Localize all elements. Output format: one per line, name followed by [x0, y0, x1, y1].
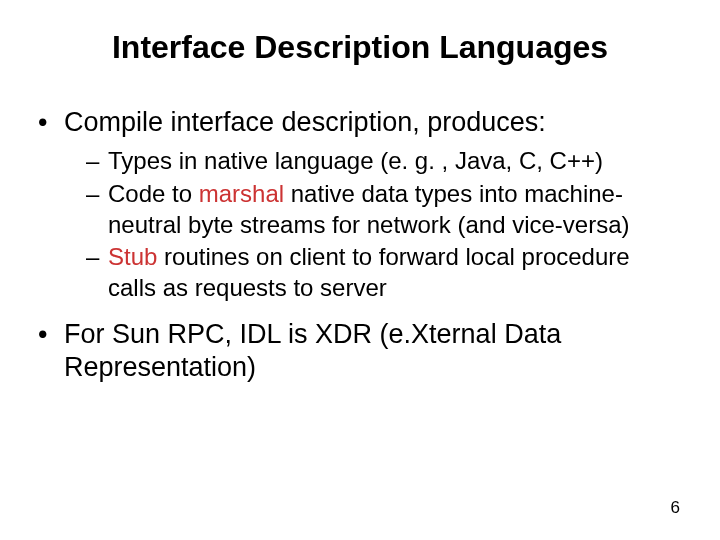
sub-bullet-item: Types in native language (e. g. , Java, … [86, 146, 684, 177]
sub-bullet-text: Types in native language (e. g. , Java, … [108, 147, 603, 174]
bullet-list: Compile interface description, produces:… [36, 106, 684, 385]
slide-title: Interface Description Languages [36, 28, 684, 66]
bullet-item: Compile interface description, produces:… [36, 106, 684, 303]
sub-bullet-item: Stub routines on client to forward local… [86, 242, 684, 303]
bullet-item: For Sun RPC, IDL is XDR (e.Xternal Data … [36, 318, 684, 386]
sub-bullet-text: Code to [108, 180, 199, 207]
page-number: 6 [671, 498, 680, 518]
sub-bullet-item: Code to marshal native data types into m… [86, 179, 684, 240]
bullet-text: For Sun RPC, IDL is XDR (e.Xternal Data … [64, 319, 561, 383]
slide: Interface Description Languages Compile … [0, 0, 720, 540]
sub-bullet-text: routines on client to forward local proc… [108, 243, 630, 301]
sub-bullet-emph: Stub [108, 243, 157, 270]
bullet-text: Compile interface description, produces: [64, 107, 546, 137]
sub-bullet-emph: marshal [199, 180, 284, 207]
sub-bullet-list: Types in native language (e. g. , Java, … [64, 146, 684, 304]
